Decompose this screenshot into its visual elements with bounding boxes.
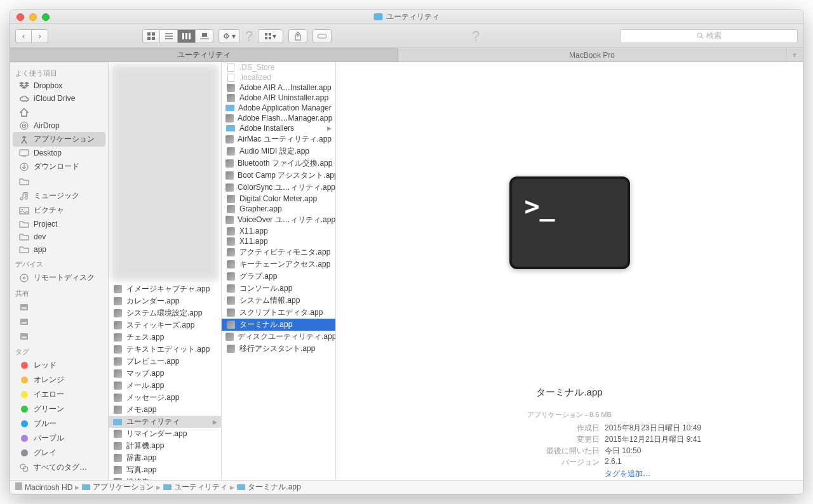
picture-icon: [19, 206, 29, 215]
sidebar-item[interactable]: dev: [10, 230, 108, 243]
path-segment[interactable]: ユーティリティ: [174, 482, 227, 493]
list-item[interactable]: リマインダー.app: [109, 428, 221, 440]
list-item[interactable]: Boot Camp アシスタント.app: [222, 169, 335, 182]
list-item[interactable]: システム環境設定.app: [109, 307, 221, 319]
forward-button[interactable]: ›: [32, 29, 48, 43]
path-segment[interactable]: アプリケーション: [93, 482, 154, 493]
path-segment[interactable]: Macintosh HD: [25, 483, 72, 492]
sidebar-item[interactable]: すべてのタグ…: [10, 460, 108, 475]
list-item[interactable]: グラブ.app: [222, 270, 335, 282]
item-label: X11.app: [239, 227, 268, 235]
list-item[interactable]: ユーティリティ▶: [109, 416, 221, 428]
arrange-button[interactable]: ⚙ ▾: [218, 29, 240, 43]
tab-macbook[interactable]: MacBook Pro: [398, 48, 786, 62]
sidebar-item-label: ミュージック: [34, 190, 79, 201]
tag-button[interactable]: [312, 29, 332, 43]
item-label: システム情報.app: [239, 295, 300, 306]
path-bar[interactable]: Macintosh HD▶アプリケーション▶ユーティリティ▶ターミナル.app: [10, 480, 803, 494]
list-view-button[interactable]: [160, 29, 178, 43]
sidebar-item[interactable]: Desktop: [10, 147, 108, 159]
sidebar-item-label: Project: [34, 220, 57, 229]
sidebar-item[interactable]: [10, 105, 108, 119]
list-item[interactable]: Bluetooth ファイル交換.app: [222, 157, 335, 169]
list-item[interactable]: ColorSync ユ…ィリティ.app: [222, 182, 335, 194]
add-tag-link[interactable]: タグを追加…: [605, 468, 650, 479]
sidebar-item[interactable]: ダウンロード: [10, 159, 108, 174]
back-button[interactable]: ‹: [15, 29, 32, 43]
sidebar-item[interactable]: レッド: [10, 358, 108, 373]
list-item[interactable]: VoiceOver ユ…ィリティ.app: [222, 214, 335, 226]
list-item[interactable]: Digital Color Meter.app: [222, 194, 335, 204]
list-item[interactable]: テキストエディット.app: [109, 343, 221, 355]
list-item[interactable]: ターミナル.app: [222, 319, 335, 331]
column-view-button[interactable]: [178, 29, 196, 43]
zoom-button[interactable]: [42, 13, 50, 21]
close-button[interactable]: [17, 13, 24, 21]
list-item[interactable]: ディスクユーティリティ.app: [222, 331, 335, 343]
list-item[interactable]: X11.app: [222, 236, 335, 246]
list-item[interactable]: .DS_Store: [222, 62, 335, 72]
list-item[interactable]: スクリプトエディタ.app: [222, 307, 335, 319]
list-item[interactable]: コンソール.app: [222, 282, 335, 295]
sidebar-item[interactable]: [10, 174, 108, 189]
meta-value: 2015年8月23日日曜日 10:49: [605, 423, 701, 434]
add-tab-button[interactable]: +: [786, 48, 803, 62]
list-item[interactable]: 辞書.app: [109, 452, 221, 464]
list-item[interactable]: スティッキーズ.app: [109, 319, 221, 331]
search-field[interactable]: 検索: [620, 29, 798, 43]
sidebar-item[interactable]: ミュージック: [10, 189, 108, 203]
sidebar-item[interactable]: app: [10, 243, 108, 256]
path-segment[interactable]: ターミナル.app: [248, 482, 300, 493]
list-item[interactable]: Adobe Application Manager▶: [222, 103, 335, 113]
sidebar-item[interactable]: ピクチャ: [10, 203, 108, 218]
item-label: Digital Color Meter.app: [239, 194, 317, 203]
sidebar-item[interactable]: iCloud Drive: [10, 92, 108, 105]
list-item[interactable]: 計算機.app: [109, 440, 221, 452]
sidebar-item[interactable]: グリーン: [10, 402, 108, 416]
sidebar-item[interactable]: リモートディスク: [10, 270, 108, 285]
list-item[interactable]: プレビュー.app: [109, 355, 221, 368]
list-item[interactable]: Adobe AIR Uninstaller.app: [222, 93, 335, 103]
titlebar[interactable]: ユーティリティ: [10, 10, 803, 24]
coverflow-view-button[interactable]: [196, 29, 213, 43]
list-item[interactable]: .localized: [222, 72, 335, 83]
group-button[interactable]: ▾: [258, 29, 283, 43]
sidebar-item[interactable]: オレンジ: [10, 373, 108, 387]
tab-utilities[interactable]: ユーティリティ: [10, 48, 398, 62]
list-item[interactable]: 移行アシスタント.app: [222, 343, 335, 355]
sidebar-item[interactable]: Project: [10, 218, 108, 230]
list-item[interactable]: メール.app: [109, 380, 221, 392]
list-item[interactable]: メッセージ.app: [109, 392, 221, 404]
sidebar-item[interactable]: [10, 300, 108, 314]
sidebar-item[interactable]: AirDrop: [10, 119, 108, 132]
list-item[interactable]: アクティビティモニタ.app: [222, 246, 335, 258]
sidebar-item[interactable]: ブルー: [10, 416, 108, 431]
item-label: Adobe Installers: [239, 124, 294, 133]
sidebar-item[interactable]: アプリケーション: [13, 132, 105, 147]
icon-view-button[interactable]: [142, 29, 160, 43]
list-item[interactable]: Audio MIDI 設定.app: [222, 145, 335, 157]
list-item[interactable]: システム情報.app: [222, 295, 335, 307]
share-button[interactable]: [288, 29, 307, 43]
sidebar-item[interactable]: [10, 314, 108, 329]
sidebar-item[interactable]: Dropbox: [10, 79, 108, 92]
list-item[interactable]: メモ.app: [109, 404, 221, 416]
list-item[interactable]: AirMac ユーティリティ.app: [222, 133, 335, 145]
list-item[interactable]: チェス.app: [109, 331, 221, 343]
sidebar-item[interactable]: イエロー: [10, 387, 108, 402]
list-item[interactable]: Adobe Flash…Manager.app: [222, 113, 335, 123]
sidebar-item[interactable]: [10, 329, 108, 343]
list-item[interactable]: Adobe AIR A…Installer.app: [222, 83, 335, 93]
list-item[interactable]: イメージキャプチャ.app: [109, 283, 221, 295]
folder-icon: [225, 124, 236, 133]
list-item[interactable]: Adobe Installers▶: [222, 123, 335, 133]
list-item[interactable]: キーチェーンアクセス.app: [222, 258, 335, 270]
list-item[interactable]: 写真.app: [109, 464, 221, 476]
sidebar-item[interactable]: グレイ: [10, 446, 108, 460]
list-item[interactable]: マップ.app: [109, 368, 221, 380]
list-item[interactable]: カレンダー.app: [109, 295, 221, 307]
minimize-button[interactable]: [29, 13, 37, 21]
list-item[interactable]: X11.app: [222, 226, 335, 236]
list-item[interactable]: Grapher.app: [222, 204, 335, 214]
sidebar-item[interactable]: パープル: [10, 431, 108, 446]
